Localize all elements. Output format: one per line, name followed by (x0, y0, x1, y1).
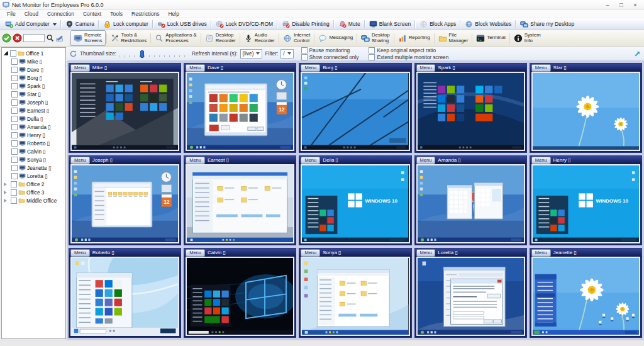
blank-screen-button[interactable]: Blank Screen (367, 19, 414, 29)
expand-icon[interactable] (4, 191, 9, 194)
minimize-button[interactable]: – (601, 2, 614, 8)
checkbox-box[interactable] (301, 54, 308, 60)
checkbox-box[interactable] (369, 54, 375, 60)
menu-help[interactable]: Help (164, 11, 183, 17)
tree-computer-spark[interactable]: Spark ▯ (2, 82, 65, 90)
remote-screen[interactable] (186, 257, 294, 336)
menu-connection[interactable]: Connection (43, 11, 79, 17)
tab-tools-restrictions[interactable]: Tools & Restrictions (108, 30, 150, 46)
block-apps-button[interactable]: Block Apps (417, 19, 458, 29)
checkbox-box[interactable] (301, 47, 308, 53)
collapse-icon[interactable] (4, 51, 8, 55)
thumbnail-size-slider[interactable] (119, 50, 189, 57)
thumbnail-menu-button[interactable]: Menu (70, 64, 90, 72)
thumbnail-menu-button[interactable]: Menu (186, 64, 205, 72)
checkbox-keep-original-aspect-ratio[interactable]: Keep original aspect ratio (369, 47, 448, 53)
remote-screen[interactable] (301, 72, 409, 151)
computer-checkbox[interactable] (11, 91, 18, 98)
lock-computer-button[interactable]: Lock computer (101, 19, 151, 29)
maximize-button[interactable]: □ (615, 2, 628, 8)
block-websites-button[interactable]: Block Websites (462, 19, 514, 29)
computer-checkbox[interactable] (11, 59, 18, 65)
expand-icon[interactable] (4, 199, 9, 203)
remote-screen[interactable] (186, 164, 294, 243)
thumbnail-menu-button[interactable]: Menu (531, 249, 551, 257)
tree-group-office-2[interactable]: Office 2 (2, 180, 65, 188)
group-checkbox[interactable] (11, 189, 17, 196)
tree-computer-dave[interactable]: Dave ▯ (2, 65, 65, 74)
menu-cloud[interactable]: Cloud (20, 11, 43, 17)
group-checkbox[interactable] (10, 50, 16, 57)
thumbnail-menu-button[interactable]: Menu (416, 249, 436, 257)
checkbox-box[interactable] (369, 47, 375, 53)
remote-screen[interactable]: 12 (70, 164, 179, 243)
tree-computer-amanda[interactable]: Amanda ▯ (2, 123, 65, 131)
expand-icon[interactable] (633, 50, 641, 58)
camera-button[interactable]: Camera (63, 19, 97, 29)
tree-computer-henry[interactable]: Henry ▯ (2, 131, 65, 139)
remote-screen[interactable] (416, 257, 525, 336)
thumbnail-menu-button[interactable]: Menu (301, 157, 320, 164)
computer-checkbox[interactable] (11, 108, 18, 114)
thumbnail-menu-button[interactable]: Menu (301, 249, 320, 257)
checkbox-pause-monitoring[interactable]: Pause monitoring (301, 47, 359, 53)
log-icon[interactable] (55, 34, 64, 42)
computer-checkbox[interactable] (11, 165, 18, 171)
tab-internet-control[interactable]: Internet Control (280, 30, 313, 46)
tree-computer-calvin[interactable]: Calvin ▯ (2, 147, 65, 155)
remote-screen[interactable] (70, 257, 179, 336)
computer-checkbox[interactable] (11, 157, 18, 163)
computer-checkbox[interactable] (11, 67, 18, 73)
tree-group-office-1[interactable]: Office 1 (2, 49, 65, 57)
mute-button[interactable]: Mute (336, 19, 363, 29)
thumbnail-menu-button[interactable]: Menu (186, 157, 205, 164)
menu-context[interactable]: Context (79, 11, 106, 17)
computer-checkbox[interactable] (11, 148, 18, 155)
tree-computer-della[interactable]: Della ▯ (2, 114, 65, 123)
group-checkbox[interactable] (11, 198, 17, 204)
slider-thumb[interactable] (140, 50, 144, 58)
lock-dvd-cd-rom-button[interactable]: Lock DVD/CD-ROM (213, 19, 276, 29)
menu-tools[interactable]: Tools (106, 11, 127, 17)
add-computer-button[interactable]: Add Computer (3, 19, 59, 29)
checkbox-show-connected-only[interactable]: Show connected only (301, 54, 359, 60)
refresh-icon[interactable] (69, 50, 77, 58)
remote-screen[interactable]: WINDOWS 10 (301, 164, 409, 243)
share-my-desktop-button[interactable]: Share my Desktop (518, 19, 577, 29)
tree-group-middle-office[interactable]: Middle Office (2, 196, 65, 204)
tree-computer-star[interactable]: Star ▯ (2, 90, 65, 98)
tab-messaging[interactable]: Messaging (315, 30, 356, 46)
tree-computer-loretta[interactable]: Loretta ▯ (2, 172, 65, 180)
remote-screen[interactable] (531, 72, 640, 151)
remote-screen[interactable]: 12 (186, 72, 294, 151)
tab-applications-processes[interactable]: Applications & Processes (152, 30, 199, 46)
tab-file-manager[interactable]: File Manager (435, 30, 472, 46)
checkbox-extend-multiple-monitor-screen[interactable]: Extend multiple monitor screen (369, 54, 448, 60)
thumbnail-menu-button[interactable]: Menu (186, 249, 205, 257)
tab-reporting[interactable]: Reporting (395, 30, 433, 46)
tab-audio-recorder[interactable]: Audio Recorder (241, 30, 278, 46)
remote-screen[interactable] (531, 257, 640, 336)
computer-checkbox[interactable] (11, 124, 18, 130)
tree-computer-sonya[interactable]: Sonya ▯ (2, 155, 65, 164)
close-button[interactable]: × (629, 2, 641, 8)
tab-desktop-sharing[interactable]: Desktop Sharing (358, 30, 393, 46)
tree-computer-earnest[interactable]: Earnest ▯ (2, 106, 65, 114)
computer-checkbox[interactable] (11, 173, 18, 179)
thumbnail-menu-button[interactable]: Menu (416, 157, 436, 164)
thumbnail-menu-button[interactable]: Menu (531, 157, 551, 164)
search-input[interactable] (23, 34, 45, 42)
refresh-interval-select[interactable]: (live) (240, 49, 263, 59)
group-checkbox[interactable] (11, 181, 17, 187)
thumbnail-menu-button[interactable]: Menu (70, 157, 90, 164)
connect-button[interactable] (2, 33, 11, 43)
disconnect-button[interactable] (13, 33, 22, 43)
tree-computer-jeanette[interactable]: Jeanette ▯ (2, 164, 65, 172)
tab-remote-screens[interactable]: Remote Screens (70, 30, 106, 46)
expand-icon[interactable] (4, 182, 9, 186)
computer-checkbox[interactable] (11, 99, 18, 106)
menu-file[interactable]: File (3, 11, 20, 17)
remote-screen[interactable] (416, 72, 525, 151)
remote-screen[interactable]: WINDOWS 10 (531, 164, 640, 243)
filter-select[interactable]: / (280, 49, 293, 59)
